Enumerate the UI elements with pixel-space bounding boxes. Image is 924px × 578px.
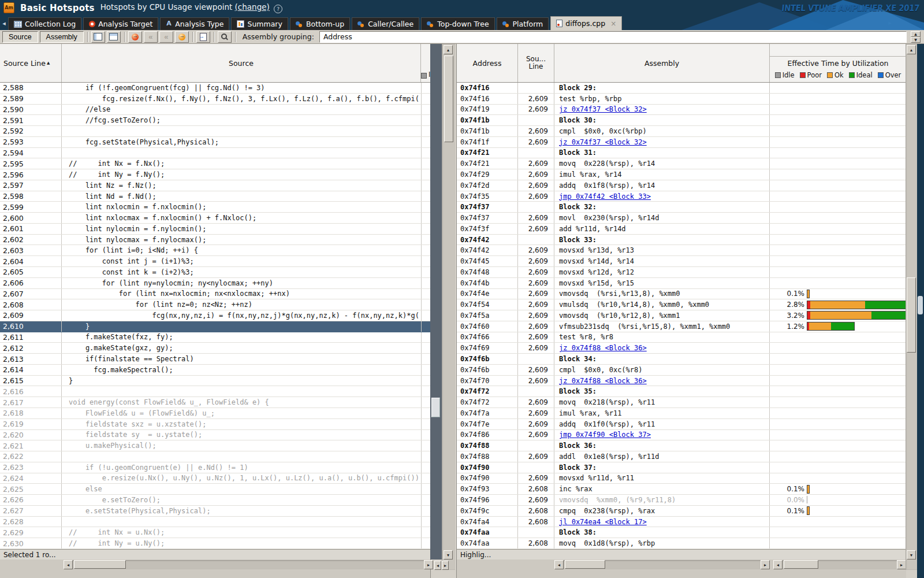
tab-analysis-type[interactable]: Analysis Type [160,17,229,30]
source-row[interactable]: 2,623 if (!u.geomCongruent(e) || e.Nd() … [0,462,430,473]
tab-scroll-left-icon[interactable]: ◂ [0,20,8,30]
source-row[interactable]: 2,609 fcg(nx,ny,nz,i) = f(nx,ny,nz,j)*g(… [0,310,430,321]
column-header-source[interactable]: Source [62,44,421,82]
source-row[interactable]: 2,630// int Ny = u.Ny(); [0,538,430,549]
search-button[interactable] [218,31,232,43]
assembly-toggle-button[interactable]: Assembly [40,31,84,43]
source-row[interactable]: 2,588 if (!f.geomCongruent(fcg) || fcg.N… [0,83,430,94]
assembly-row[interactable]: 0x74f2d2,609addq 0x1f8(%rsp), %r14 [457,180,906,191]
column-header-address[interactable]: Address [457,44,518,82]
source-row[interactable]: 2,610 } [0,321,430,332]
assembly-vscrollbar[interactable]: ▴ ▾ [906,44,917,570]
assembly-row[interactable]: 0x74f7e2,609addq 0x1f0(%rsp), %r11 [457,419,906,430]
assembly-row[interactable]: 0x74f6bBlock 34: [457,354,906,365]
tab-bottom-up[interactable]: Bottom-up [290,17,350,30]
help-icon[interactable]: ? [274,5,282,13]
scroll-left-icon[interactable]: ◂ [554,560,564,569]
assembly-row[interactable]: 0x74f6b2,609cmpl $0x0, 0xc(%r8) [457,365,906,376]
assembly-row[interactable]: 0x74fa42,608jl 0x74ea4 <Block 17> [457,517,906,528]
assembly-row[interactable]: 0x74f422,609movsxd %r13d, %r13 [457,245,906,256]
source-row[interactable]: 2,596// int Ny = f.Ny(); [0,169,430,180]
source-row[interactable]: 2,604 const int j = (i+1)%3; [0,256,430,267]
assembly-row[interactable]: 0x74f372,609movl 0x230(%rsp), %r14d [457,213,906,224]
source-row[interactable]: 2,589 fcg.resize(f.Nx(), f.Ny(), f.Nz(),… [0,94,430,105]
source-row[interactable]: 2,597 lint Nz = f.Nz(); [0,180,430,191]
assembly-row[interactable]: 0x74f16Block 29: [457,83,906,94]
scroll-thumb[interactable] [444,55,453,142]
assembly-row[interactable]: 0x74f90Block 37: [457,462,906,473]
source-row[interactable]: 2,628 [0,517,430,528]
tab-caller-callee[interactable]: Caller/Callee [352,17,419,30]
source-row[interactable]: 2,613 if(finalstate == Spectral) [0,354,430,365]
goto-biggest-hotspot-button[interactable] [128,31,142,43]
assembly-row[interactable]: 0x74f4b2,609movsxd %r15d, %r15 [457,278,906,289]
source-row[interactable]: 2,619 fieldstate sxz = u.xzstate(); [0,419,430,430]
source-row[interactable]: 2,612 g.makeState(gxz, gy); [0,343,430,354]
spin-up-icon[interactable]: ▲ [911,31,921,37]
assembly-row[interactable]: 0x74f692,609jz 0x74f88 <Block 36> [457,343,906,354]
column-header-effective-time-clipped[interactable]: Id [421,44,430,82]
assembly-row[interactable]: 0x74f3f2,609add %r11d, %r14d [457,224,906,235]
source-row[interactable]: 2,611 f.makeState(fxz, fy); [0,332,430,343]
source-row[interactable]: 2,606 for (lint ny=nylocmin; ny<nylocmax… [0,278,430,289]
tab-top-down-tree[interactable]: Top-down Tree [421,17,494,30]
jump-target-link[interactable]: jz 0x74f37 <Block 32> [559,138,647,146]
column-header-source-line[interactable]: Sou... Line [518,44,554,82]
source-row[interactable]: 2,622 [0,451,430,462]
scroll-down-icon[interactable]: ▾ [907,550,916,560]
assembly-row[interactable]: 0x74f482,609movsxd %r12d, %r12 [457,267,906,278]
source-hscrollbar[interactable]: ◂ ▸ [0,560,430,570]
assembly-row[interactable]: 0x74f882,609addl 0x1e8(%rsp), %r11d [457,451,906,462]
source-row[interactable]: 2,626 e.setToZero(); [0,495,430,506]
goto-hotspot-button[interactable] [175,31,189,43]
scroll-up-icon[interactable]: ▴ [907,45,916,54]
assembly-row[interactable]: 0x74faa2,608movq 0x1d8(%rsp), %rbp [457,538,906,549]
assembly-row[interactable]: 0x74f292,609imul %rax, %r14 [457,169,906,180]
assembly-row[interactable]: 0x74f932,608inc %rax0.1% [457,484,906,495]
assembly-row[interactable]: 0x74f7a2,609imul %rax, %r11 [457,408,906,419]
prev-hotspot-button[interactable]: « [144,31,158,43]
source-row[interactable]: 2,608 for (lint nz=0; nz<Nz; ++nz) [0,299,430,310]
column-header-effective-time[interactable]: Effective Time by Utilization IdlePoorOk… [770,44,906,82]
source-row[interactable]: 2,607 for (lint nx=nxlocmin; nx<nxlocmax… [0,289,430,300]
assembly-row[interactable]: 0x74f37Block 32: [457,202,906,213]
spin-down-icon[interactable]: ▼ [911,37,921,43]
source-row[interactable]: 2,627 e.setState(Physical,Physical); [0,506,430,517]
assembly-row[interactable]: 0x74f9c2,608cmpq 0x238(%rsp), %rax0.1% [457,506,906,517]
tab-diffops-cpp[interactable]: diffops.cpp× [550,16,622,30]
source-vscrollbar[interactable] [430,44,442,560]
source-row[interactable]: 2,603 for (lint i=0; i<Nd; ++i) { [0,245,430,256]
source-row[interactable]: 2,599 lint nxlocmin = f.nxlocmin(); [0,202,430,213]
open-source-editor-button[interactable] [196,31,210,43]
assembly-grouping-select[interactable]: Address [319,31,907,43]
assembly-row[interactable]: 0x74f1bBlock 30: [457,115,906,126]
mini-scroll-left-icon[interactable]: ◂ [434,561,441,570]
assembly-row[interactable]: 0x74f862,609jmp 0x74f90 <Block 37> [457,430,906,441]
mini-scroll-right-icon[interactable]: ▸ [442,561,449,570]
source-row[interactable]: 2,600 lint nxlocmax = f.nxlocmin() + f.N… [0,213,430,224]
scroll-position-marker[interactable] [918,296,923,314]
assembly-row[interactable]: 0x74faaBlock 38: [457,527,906,538]
source-row[interactable]: 2,602 lint nylocmax = f.nylocmax(); [0,235,430,246]
source-row[interactable]: 2,593 fcg.setState(Physical,Physical); [0,137,430,148]
source-row[interactable]: 2,615} [0,376,430,387]
assembly-row[interactable]: 0x74f352,609jmp 0x74f42 <Block 33> [457,191,906,202]
source-pane-vscrollbar[interactable]: ▴ ▾ [442,44,455,570]
jump-target-link[interactable]: jz 0x74f37 <Block 32> [559,105,647,113]
column-header-assembly[interactable]: Assembly [554,44,770,82]
tab-analysis-target[interactable]: Analysis Target [83,17,158,30]
source-row[interactable]: 2,591 //fcg.setToZero(); [0,115,430,126]
scroll-right-icon[interactable]: ▸ [761,560,770,569]
scroll-down-icon[interactable]: ▾ [444,550,453,560]
source-row[interactable]: 2,594 [0,148,430,159]
jump-target-link[interactable]: jz 0x74f88 <Block 36> [559,377,647,385]
jump-target-link[interactable]: jmp 0x74f90 <Block 37> [559,431,651,439]
split-columns-button[interactable] [91,31,105,43]
assembly-row[interactable]: 0x74f1f2,609jz 0x74f37 <Block 32> [457,137,906,148]
assembly-row[interactable]: 0x74f5a2,609vmovsdq (%r10,%r12,8), %xmm1… [457,310,906,321]
source-row[interactable]: 2,621 u.makePhysical(); [0,440,430,451]
assembly-row[interactable]: 0x74f722,609movq 0x218(%rsp), %r11 [457,397,906,408]
scroll-thumb[interactable] [907,277,916,353]
assembly-row[interactable]: 0x74f88Block 36: [457,440,906,451]
assembly-row[interactable]: 0x74f212,609movq 0x228(%rsp), %r14 [457,158,906,169]
